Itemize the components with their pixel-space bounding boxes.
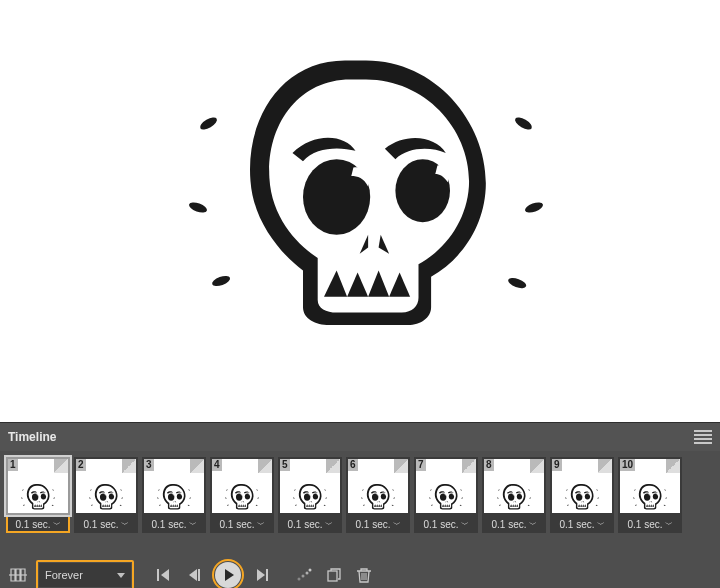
frame-thumbnail[interactable]: 7 — [414, 457, 478, 515]
frame-6[interactable]: 60.1 sec.﹀ — [346, 457, 410, 557]
frame-art — [156, 477, 192, 517]
frame-delay-label: 0.1 sec. — [15, 519, 50, 530]
frame-delay-selector[interactable]: 0.1 sec.﹀ — [210, 515, 274, 533]
previous-frame-button[interactable] — [182, 563, 206, 587]
dogear-icon — [122, 459, 136, 473]
chevron-down-icon: ﹀ — [597, 519, 605, 530]
frame-9[interactable]: 90.1 sec.﹀ — [550, 457, 614, 557]
tween-button[interactable] — [292, 563, 316, 587]
frame-thumbnail[interactable]: 2 — [74, 457, 138, 515]
loop-highlight: Forever — [36, 560, 134, 588]
frame-art — [496, 477, 532, 517]
dogear-icon — [462, 459, 476, 473]
frame-art — [224, 477, 260, 517]
frame-delay-label: 0.1 sec. — [219, 519, 254, 530]
frame-8[interactable]: 80.1 sec.﹀ — [482, 457, 546, 557]
frame-art — [632, 477, 668, 517]
frame-thumbnail[interactable]: 10 — [618, 457, 682, 515]
svg-rect-13 — [266, 569, 268, 581]
frame-delay-label: 0.1 sec. — [627, 519, 662, 530]
frame-number: 1 — [8, 459, 18, 471]
svg-point-16 — [306, 572, 309, 575]
chevron-down-icon: ﹀ — [529, 519, 537, 530]
frame-art — [88, 477, 124, 517]
frame-delay-selector[interactable]: 0.1 sec.﹀ — [482, 515, 546, 533]
chevron-down-icon: ﹀ — [257, 519, 265, 530]
frame-10[interactable]: 100.1 sec.﹀ — [618, 457, 682, 557]
frame-delay-selector[interactable]: 0.1 sec.﹀ — [142, 515, 206, 533]
dogear-icon — [54, 459, 68, 473]
frame-delay-selector[interactable]: 0.1 sec.﹀ — [550, 515, 614, 533]
frame-delay-selector[interactable]: 0.1 sec.﹀ — [74, 515, 138, 533]
frame-thumbnail[interactable]: 8 — [482, 457, 546, 515]
chevron-down-icon — [117, 573, 125, 578]
frame-4[interactable]: 40.1 sec.﹀ — [210, 457, 274, 557]
loop-label: Forever — [45, 569, 83, 581]
frame-delay-label: 0.1 sec. — [559, 519, 594, 530]
canvas-preview — [0, 0, 720, 422]
frame-number: 3 — [144, 459, 154, 471]
frames-row: 10.1 sec.﹀20.1 sec.﹀30.1 sec.﹀40.1 sec.﹀… — [0, 451, 720, 557]
svg-marker-10 — [189, 569, 197, 581]
frame-delay-label: 0.1 sec. — [287, 519, 322, 530]
frame-thumbnail[interactable]: 4 — [210, 457, 274, 515]
chevron-down-icon: ﹀ — [53, 519, 61, 530]
frame-delay-selector[interactable]: 0.1 sec.﹀ — [414, 515, 478, 533]
convert-timeline-button[interactable] — [6, 563, 30, 587]
frame-2[interactable]: 20.1 sec.﹀ — [74, 457, 138, 557]
frame-delay-selector[interactable]: 0.1 sec.﹀ — [6, 515, 70, 533]
next-frame-button[interactable] — [250, 563, 274, 587]
dogear-icon — [258, 459, 272, 473]
frame-thumbnail[interactable]: 3 — [142, 457, 206, 515]
svg-point-15 — [302, 575, 305, 578]
frame-1[interactable]: 10.1 sec.﹀ — [6, 457, 70, 557]
play-button[interactable] — [215, 562, 241, 588]
play-highlight — [212, 559, 244, 588]
frame-number: 10 — [620, 459, 635, 471]
frame-number: 2 — [76, 459, 86, 471]
chevron-down-icon: ﹀ — [665, 519, 673, 530]
frame-thumbnail[interactable]: 1 — [6, 457, 70, 515]
dogear-icon — [394, 459, 408, 473]
frame-delay-selector[interactable]: 0.1 sec.﹀ — [346, 515, 410, 533]
dogear-icon — [326, 459, 340, 473]
duplicate-frame-button[interactable] — [322, 563, 346, 587]
frame-number: 6 — [348, 459, 358, 471]
frame-delay-label: 0.1 sec. — [491, 519, 526, 530]
frame-art — [20, 477, 56, 517]
frame-3[interactable]: 30.1 sec.﹀ — [142, 457, 206, 557]
frame-art — [428, 477, 464, 517]
chevron-down-icon: ﹀ — [121, 519, 129, 530]
frame-delay-label: 0.1 sec. — [83, 519, 118, 530]
frame-7[interactable]: 70.1 sec.﹀ — [414, 457, 478, 557]
frame-art — [360, 477, 396, 517]
frame-thumbnail[interactable]: 6 — [346, 457, 410, 515]
svg-rect-8 — [157, 569, 159, 581]
first-frame-button[interactable] — [152, 563, 176, 587]
loop-select[interactable]: Forever — [39, 563, 131, 587]
frame-thumbnail[interactable]: 5 — [278, 457, 342, 515]
frame-delay-label: 0.1 sec. — [423, 519, 458, 530]
frame-delay-selector[interactable]: 0.1 sec.﹀ — [618, 515, 682, 533]
frame-5[interactable]: 50.1 sec.﹀ — [278, 457, 342, 557]
dogear-icon — [598, 459, 612, 473]
svg-rect-18 — [328, 571, 337, 581]
play-icon — [225, 569, 234, 581]
chevron-down-icon: ﹀ — [393, 519, 401, 530]
dogear-icon — [190, 459, 204, 473]
frame-thumbnail[interactable]: 9 — [550, 457, 614, 515]
dogear-icon — [666, 459, 680, 473]
frame-art — [564, 477, 600, 517]
chevron-down-icon: ﹀ — [325, 519, 333, 530]
frame-number: 9 — [552, 459, 562, 471]
frame-delay-selector[interactable]: 0.1 sec.﹀ — [278, 515, 342, 533]
timeline-title: Timeline — [8, 430, 56, 444]
flyout-menu-icon[interactable] — [694, 430, 712, 444]
timeline-controls: Forever — [0, 557, 720, 588]
timeline-header: Timeline — [0, 423, 720, 451]
svg-marker-12 — [257, 569, 265, 581]
delete-frame-button[interactable] — [352, 563, 376, 587]
frame-art — [292, 477, 328, 517]
frame-number: 5 — [280, 459, 290, 471]
frame-number: 7 — [416, 459, 426, 471]
